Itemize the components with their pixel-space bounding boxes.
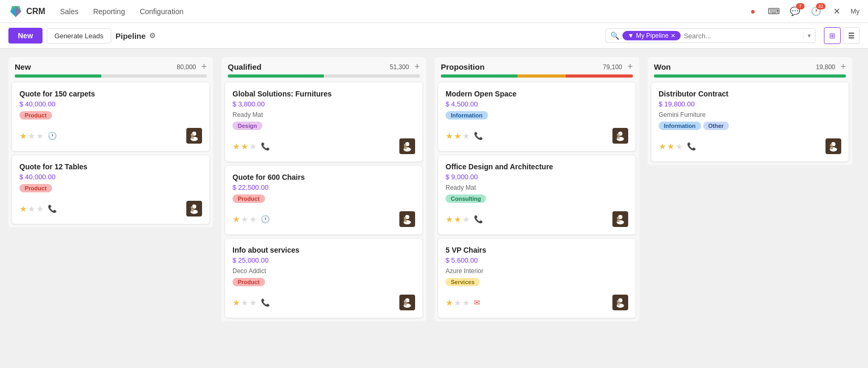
card-stars[interactable]: ★★★	[232, 142, 257, 151]
card-stars[interactable]: ★★★	[446, 131, 470, 141]
card-stars[interactable]: ★★★	[659, 142, 683, 151]
chat-icon[interactable]: 💬 7	[788, 4, 802, 19]
filter-icon: ▼	[628, 32, 634, 39]
col-title-proposition: Proposition	[441, 62, 603, 71]
card-stars[interactable]: ★★★	[446, 298, 470, 308]
card-tag[interactable]: Information	[446, 111, 488, 120]
col-add-won[interactable]: +	[840, 61, 846, 72]
chat-badge: 7	[796, 3, 805, 9]
phone-icon: 📞	[261, 298, 270, 307]
star-0[interactable]: ★	[659, 142, 666, 151]
star-1[interactable]: ★	[241, 142, 248, 151]
star-2[interactable]: ★	[462, 214, 470, 224]
svg-point-21	[404, 300, 407, 303]
star-1[interactable]: ★	[241, 298, 248, 308]
card-tag[interactable]: Product	[232, 194, 265, 203]
star-2[interactable]: ★	[462, 298, 470, 308]
star-0[interactable]: ★	[446, 131, 453, 141]
kanban-view-button[interactable]: ⊞	[824, 27, 841, 44]
star-1[interactable]: ★	[28, 204, 35, 214]
star-0[interactable]: ★	[19, 204, 27, 214]
search-dropdown-icon[interactable]: ▾	[803, 32, 811, 39]
column-new: New 80,000 + Quote for 150 carpets$ 40,0…	[8, 57, 213, 228]
col-header-proposition: Proposition 79,100 +	[435, 57, 639, 74]
card-stars[interactable]: ★★★	[232, 298, 257, 308]
nav-configuration[interactable]: Configuration	[133, 4, 189, 19]
gear-icon[interactable]: ⚙	[149, 31, 156, 40]
card-stars[interactable]: ★★★	[446, 214, 470, 224]
phone-icon: 📞	[474, 215, 483, 223]
card-tag[interactable]: Information	[659, 122, 701, 130]
filter-close-icon[interactable]: ✕	[671, 33, 675, 39]
nav-reporting[interactable]: Reporting	[87, 4, 131, 19]
card-stars[interactable]: ★★★	[19, 131, 44, 141]
col-add-proposition[interactable]: +	[627, 61, 633, 72]
generate-leads-button[interactable]: Generate Leads	[47, 28, 111, 44]
new-button[interactable]: New	[8, 28, 43, 44]
card-new-1[interactable]: Quote for 12 Tables$ 40,000.00Product ★★…	[12, 155, 210, 224]
star-2[interactable]: ★	[249, 214, 257, 224]
card-stars[interactable]: ★★★	[19, 204, 44, 214]
card-tag[interactable]: Other	[703, 122, 729, 130]
star-1[interactable]: ★	[28, 131, 35, 141]
nav-links: Sales Reporting Configuration	[54, 4, 745, 19]
col-add-new[interactable]: +	[201, 61, 207, 72]
card-qualified-1[interactable]: Quote for 600 Chairs$ 22,500.00Product ★…	[225, 165, 423, 235]
star-2[interactable]: ★	[249, 298, 257, 308]
list-view-button[interactable]: ☰	[843, 27, 860, 44]
card-proposition-0[interactable]: Modern Open Space$ 4,500.00Information ★…	[438, 82, 636, 151]
star-0[interactable]: ★	[232, 142, 240, 151]
card-qualified-2[interactable]: Info about services$ 25,000.00Deco Addic…	[225, 238, 423, 318]
card-tag[interactable]: Design	[232, 122, 262, 130]
card-new-0[interactable]: Quote for 150 carpets$ 40,000.00Product …	[12, 82, 210, 151]
col-add-qualified[interactable]: +	[414, 61, 420, 72]
card-amount: $ 22,500.00	[232, 183, 415, 191]
card-footer: ★★★ 📞	[232, 138, 415, 154]
red-dot-icon[interactable]: ●	[746, 4, 760, 19]
star-0[interactable]: ★	[232, 298, 240, 308]
star-2[interactable]: ★	[462, 131, 470, 141]
clock-icon: 🕐	[261, 215, 270, 223]
card-stars[interactable]: ★★★	[232, 214, 257, 224]
card-tag[interactable]: Product	[232, 278, 265, 286]
star-1[interactable]: ★	[454, 214, 461, 224]
filter-pill[interactable]: ▼ My Pipeline ✕	[622, 31, 681, 40]
avatar	[825, 138, 841, 154]
app-logo[interactable]: CRM	[8, 4, 45, 19]
clock-icon[interactable]: 🕐 32	[809, 4, 823, 19]
card-proposition-2[interactable]: 5 VP Chairs$ 5,600.00Azure InteriorServi…	[438, 238, 636, 318]
star-2[interactable]: ★	[36, 204, 44, 214]
card-qualified-0[interactable]: Global Solutions: Furnitures$ 3,800.00Re…	[225, 82, 423, 162]
card-won-0[interactable]: Distributor Contract$ 19,800.00Gemini Fu…	[651, 82, 849, 162]
star-2[interactable]: ★	[36, 131, 44, 141]
my-label[interactable]: My	[851, 7, 860, 15]
card-title: Distributor Contract	[659, 90, 841, 98]
card-tag[interactable]: Services	[446, 278, 480, 286]
star-1[interactable]: ★	[241, 214, 248, 224]
card-tag[interactable]: Consulting	[446, 194, 486, 203]
close-icon[interactable]: ✕	[830, 4, 844, 19]
phone-icon: 📞	[261, 142, 270, 150]
star-1[interactable]: ★	[454, 131, 461, 141]
star-1[interactable]: ★	[667, 142, 674, 151]
star-1[interactable]: ★	[454, 298, 461, 308]
svg-rect-10	[191, 209, 194, 212]
card-tag[interactable]: Product	[19, 111, 52, 120]
star-0[interactable]: ★	[232, 214, 240, 224]
card-title: Quote for 150 carpets	[19, 90, 202, 98]
nav-sales[interactable]: Sales	[54, 4, 84, 19]
star-0[interactable]: ★	[446, 298, 453, 308]
star-0[interactable]: ★	[446, 214, 453, 224]
star-2[interactable]: ★	[249, 142, 257, 151]
star-0[interactable]: ★	[19, 131, 27, 141]
col-header-won: Won 19,800 +	[648, 57, 852, 74]
search-input[interactable]	[684, 32, 800, 40]
card-proposition-1[interactable]: Office Design and Architecture$ 9,000.00…	[438, 155, 636, 235]
card-tag[interactable]: Product	[19, 184, 52, 192]
keypad-icon[interactable]: ⌨	[767, 4, 781, 19]
svg-rect-14	[404, 147, 407, 149]
clock-icon: 🕐	[48, 132, 57, 140]
card-amount: $ 40,000.00	[19, 173, 202, 181]
star-2[interactable]: ★	[675, 142, 683, 151]
card-icons-left: ★★★ ✉	[446, 298, 480, 308]
